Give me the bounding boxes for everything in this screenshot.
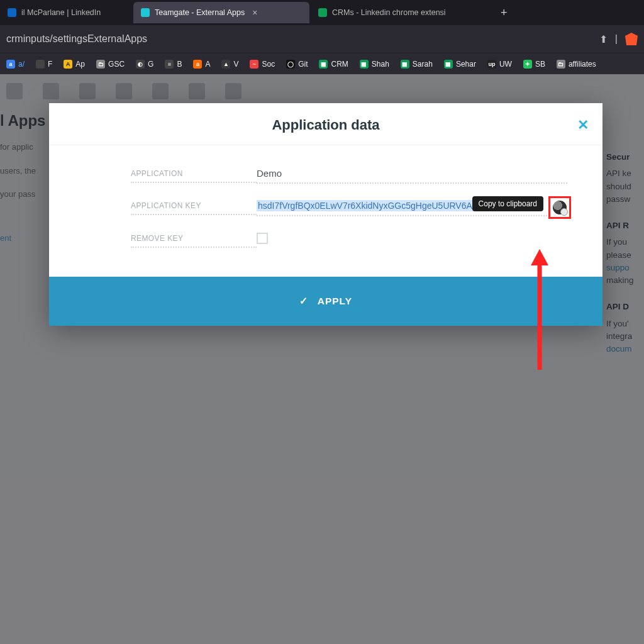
bookmark-item[interactable]: ▦Sarah [397, 58, 436, 70]
remove-key-row: REMOVE KEY [131, 233, 567, 248]
tab-linkedin[interactable]: il McParlane | LinkedIn [0, 2, 132, 23]
copy-to-clipboard-button[interactable] [548, 196, 571, 219]
remove-key-field [257, 233, 567, 248]
bookmark-item[interactable]: ▦CRM [315, 58, 352, 70]
apply-label: APPLY [318, 296, 352, 306]
clipboard-icon [553, 201, 567, 214]
tab-title: CRMs - Linkedin chrome extensi [332, 8, 446, 17]
remove-key-label: REMOVE KEY [131, 233, 257, 248]
bookmark-item[interactable]: 🗀GSC [92, 58, 128, 70]
bookmark-favicon-icon: ▲ [221, 60, 230, 69]
bookmark-label: G [148, 60, 153, 69]
bookmark-item[interactable]: F [32, 58, 56, 70]
address-bar: crminputs/settingsExternalApps ⬆ | [0, 25, 644, 53]
bookmark-item[interactable]: ▦Shah [356, 58, 393, 70]
folder-icon: 🗀 [557, 60, 565, 69]
bookmark-favicon-icon: A [64, 60, 72, 69]
check-icon: ✓ [299, 296, 308, 306]
bookmark-label: UW [499, 60, 512, 69]
bookmark-label: GSC [108, 60, 125, 69]
bookmark-favicon-icon: ~ [250, 60, 258, 69]
modal-close-button[interactable]: ✕ [577, 117, 589, 133]
bookmark-label: Sehar [456, 60, 476, 69]
modal-header: Application data ✕ [49, 103, 602, 145]
page-content: l Apps for applic users, the your pass e… [0, 74, 644, 644]
bookmark-item[interactable]: aA [189, 58, 214, 70]
bookmark-label: a/ [18, 60, 25, 69]
bookmark-favicon-icon: ◐ [136, 60, 145, 69]
github-icon: ◯ [286, 60, 295, 69]
bookmark-favicon-icon [36, 60, 45, 69]
bookmark-item[interactable]: 🗀affiliates [553, 58, 600, 70]
bookmark-label: F [48, 60, 52, 69]
copy-tooltip: Copy to clipboard [472, 196, 543, 211]
browser-chrome: il McParlane | LinkedIn Teamgate - Exter… [0, 0, 644, 74]
sheets-icon: ▦ [319, 60, 328, 69]
favicon-icon [318, 8, 327, 17]
bookmark-label: Ap [75, 60, 85, 69]
sheets-icon: ▦ [360, 60, 369, 69]
bookmark-item[interactable]: ◯Git [282, 58, 311, 70]
key-selected-text: hsdI7fVrgfBQx0ELwV7r6XkidNyxGGc5gHgeU5UR… [257, 200, 506, 211]
bookmarks-bar: aa/ F AAp 🗀GSC ◐G ≡B aA ▲V ~Soc ◯Git ▦CR… [0, 53, 644, 74]
share-icon[interactable]: ⬆ [599, 33, 608, 45]
bookmark-item[interactable]: ✦SB [519, 58, 549, 70]
bookmark-item[interactable]: ~Soc [246, 58, 279, 70]
apply-button[interactable]: ✓ APPLY [49, 277, 602, 326]
bookmark-label: V [233, 60, 238, 69]
bookmark-favicon-icon: up [487, 60, 496, 69]
bookmark-label: SB [535, 60, 545, 69]
favicon-icon [141, 8, 150, 17]
application-value[interactable]: Demo [257, 168, 567, 184]
sheets-icon: ▦ [444, 60, 453, 69]
bookmark-label: affiliates [569, 60, 596, 69]
tab-crms[interactable]: CRMs - Linkedin chrome extensi [311, 2, 493, 23]
modal-title: Application data [49, 117, 602, 133]
bookmark-label: Sarah [413, 60, 433, 69]
bookmark-item[interactable]: aa/ [3, 58, 28, 70]
tab-title: Teamgate - External Apps [155, 8, 245, 17]
new-tab-button[interactable]: + [494, 6, 514, 19]
bookmark-item[interactable]: ◐G [132, 58, 157, 70]
application-data-modal: Application data ✕ APPLICATION Demo APPL… [49, 103, 602, 326]
application-key-row: APPLICATION KEY hsdI7fVrgfBQx0ELwV7r6Xki… [131, 200, 567, 216]
tab-strip: il McParlane | LinkedIn Teamgate - Exter… [0, 0, 644, 25]
tab-title: il McParlane | LinkedIn [21, 8, 101, 17]
tab-teamgate[interactable]: Teamgate - External Apps × [133, 2, 309, 23]
remove-key-checkbox[interactable] [257, 233, 268, 244]
bookmark-item[interactable]: ▦Sehar [440, 58, 480, 70]
favicon-icon [8, 8, 16, 17]
bookmark-label: Git [298, 60, 308, 69]
bookmark-item[interactable]: ▲V [218, 58, 242, 70]
divider: | [615, 33, 618, 45]
modal-body: APPLICATION Demo APPLICATION KEY hsdI7fV… [49, 145, 602, 277]
bookmark-label: Shah [372, 60, 389, 69]
bookmark-favicon-icon: a [6, 60, 15, 69]
bookmark-item[interactable]: AAp [60, 58, 89, 70]
annotation-arrow-icon [532, 249, 547, 369]
brave-shield-icon[interactable] [625, 33, 638, 45]
bookmark-label: CRM [331, 60, 348, 69]
url-text[interactable]: crminputs/settingsExternalApps [6, 33, 147, 45]
folder-icon: 🗀 [96, 60, 105, 69]
close-tab-icon[interactable]: × [252, 8, 257, 18]
bookmark-label: A [205, 60, 210, 69]
bookmark-label: Soc [262, 60, 275, 69]
bookmark-favicon-icon: ✦ [523, 60, 532, 69]
bookmark-item[interactable]: ≡B [161, 58, 186, 70]
sheets-icon: ▦ [401, 60, 409, 69]
application-label: APPLICATION [131, 168, 257, 183]
bookmark-label: B [177, 60, 182, 69]
bookmark-favicon-icon: ≡ [165, 60, 174, 69]
bookmark-favicon-icon: a [193, 60, 202, 69]
bookmark-item[interactable]: upUW [484, 58, 516, 70]
application-row: APPLICATION Demo [131, 168, 567, 184]
application-key-label: APPLICATION KEY [131, 200, 257, 215]
